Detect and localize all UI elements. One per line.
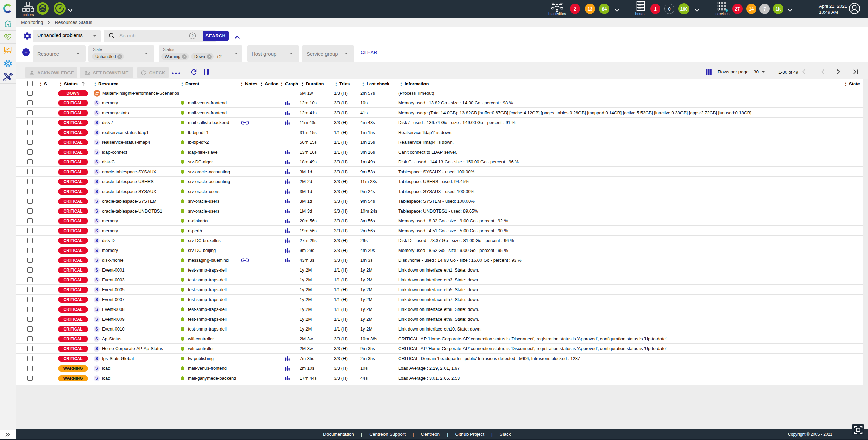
svg-text:?: ? [191, 34, 194, 38]
